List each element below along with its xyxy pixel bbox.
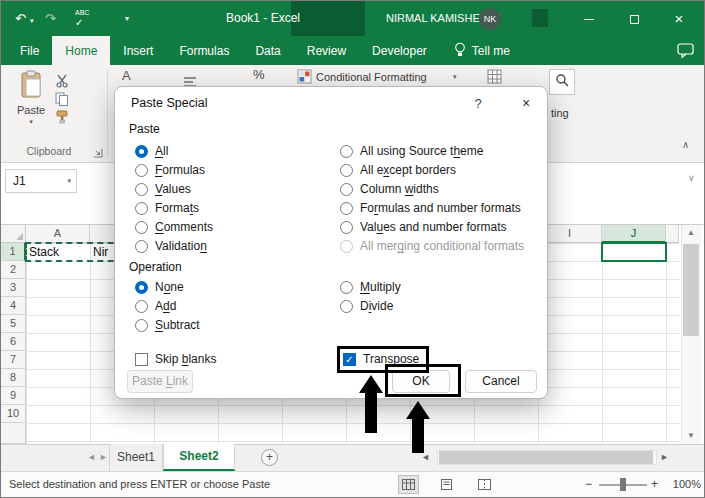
column-header-partial[interactable]	[666, 225, 679, 243]
vertical-scrollbar-thumb[interactable]	[683, 244, 699, 336]
close-button[interactable]: ×	[659, 1, 699, 36]
tab-file[interactable]: File	[7, 36, 52, 65]
comments-icon[interactable]	[677, 36, 694, 65]
avatar[interactable]: NK	[479, 8, 501, 30]
zoom-slider-thumb[interactable]	[620, 478, 626, 491]
minimize-button[interactable]	[569, 1, 609, 36]
radio-validation[interactable]: Validation	[135, 238, 213, 254]
zoom-in-icon[interactable]: +	[651, 471, 658, 498]
cut-icon[interactable]	[55, 74, 69, 92]
skip-blanks-checkbox[interactable]: Skip blanks	[135, 351, 216, 367]
maximize-button[interactable]	[614, 1, 654, 36]
radio-multiply[interactable]: Multiply	[340, 279, 401, 295]
sheet-nav-left-icon[interactable]: ◄	[87, 450, 96, 465]
add-sheet-button[interactable]: +	[261, 449, 278, 466]
row-header-7[interactable]: 7	[1, 351, 26, 369]
cancel-button[interactable]: Cancel	[465, 370, 537, 393]
undo-icon[interactable]: ↶	[15, 1, 26, 36]
radio-icon	[135, 281, 148, 294]
radio-label: All using Source theme	[360, 144, 483, 158]
radio-label: Validation	[155, 239, 207, 253]
spell-check-icon[interactable]: ABC ✓	[75, 8, 89, 28]
page-break-view-icon[interactable]	[475, 476, 494, 493]
row-header-1[interactable]: 1	[1, 243, 26, 261]
radio-column-widths[interactable]: Column widths	[340, 181, 524, 197]
radio-all-except-borders[interactable]: All except borders	[340, 162, 524, 178]
find-select-button[interactable]	[549, 69, 575, 95]
normal-view-icon[interactable]	[399, 476, 418, 493]
zoom-level[interactable]: 100%	[665, 471, 701, 498]
paste-button[interactable]: Paste ▾	[9, 70, 53, 126]
radio-subtract[interactable]: Subtract	[135, 317, 200, 333]
radio-label: All except borders	[360, 163, 456, 177]
radio-label: Comments	[155, 220, 213, 234]
paste-link-button: Paste Link	[127, 370, 193, 393]
checkbox-label: Skip blanks	[155, 352, 216, 366]
horizontal-scrollbar-thumb[interactable]	[439, 451, 653, 464]
clipboard-dialog-launcher-icon[interactable]	[93, 144, 103, 162]
qat-customize-icon[interactable]: ▾	[125, 1, 129, 36]
hscroll-right-icon[interactable]: ►	[660, 450, 669, 465]
row-header-10[interactable]: 10	[1, 405, 26, 423]
name-box[interactable]: J1 ▾	[5, 169, 77, 193]
select-all-corner[interactable]	[1, 225, 26, 243]
clipboard-paste-icon	[19, 70, 43, 102]
checkbox-icon	[135, 353, 148, 366]
copy-icon[interactable]	[55, 92, 69, 110]
row-header-partial[interactable]	[1, 423, 26, 444]
column-header-j[interactable]: J	[602, 225, 666, 243]
radio-icon	[340, 164, 353, 177]
radio-label: Formats	[155, 201, 199, 215]
radio-values[interactable]: Values	[135, 181, 213, 197]
radio-all-using-source-theme[interactable]: All using Source theme	[340, 143, 524, 159]
collapse-ribbon-icon[interactable]: ∧	[682, 139, 689, 150]
row-header-5[interactable]: 5	[1, 315, 26, 333]
annotation-arrow-transpose-shaft	[365, 391, 377, 433]
tab-formulas[interactable]: Formulas	[166, 36, 242, 65]
radio-label: All	[155, 144, 168, 158]
font-group-fragment: A	[122, 68, 131, 83]
row-header-4[interactable]: 4	[1, 297, 26, 315]
active-cell-j1[interactable]	[601, 242, 667, 262]
radio-add[interactable]: Add	[135, 298, 200, 314]
row-header-8[interactable]: 8	[1, 369, 26, 387]
column-header-a[interactable]: A	[26, 225, 90, 243]
radio-none[interactable]: None	[135, 279, 200, 295]
dialog-close-button[interactable]: ×	[511, 93, 541, 113]
radio-icon	[340, 240, 353, 253]
tab-developer[interactable]: Developer	[359, 36, 440, 65]
formula-bar-expand-icon[interactable]: ∨	[688, 173, 695, 183]
radio-formulas[interactable]: Formulas	[135, 162, 213, 178]
zoom-out-icon[interactable]: −	[585, 471, 592, 498]
tell-me[interactable]: Tell me	[454, 36, 510, 65]
radio-comments[interactable]: Comments	[135, 219, 213, 235]
tab-data[interactable]: Data	[242, 36, 293, 65]
redo-icon[interactable]: ↷	[45, 1, 56, 36]
tab-home[interactable]: Home	[52, 36, 110, 65]
radio-label: Values and number formats	[360, 220, 507, 234]
sheet-tab-sheet1[interactable]: Sheet1	[109, 444, 163, 471]
radio-label: None	[155, 280, 184, 294]
scroll-down-icon[interactable]: ▼	[687, 431, 695, 441]
row-header-6[interactable]: 6	[1, 333, 26, 351]
dialog-help-button[interactable]: ?	[467, 94, 489, 114]
radio-values-and-number-formats[interactable]: Values and number formats	[340, 219, 524, 235]
radio-formulas-and-number-formats[interactable]: Formulas and number formats	[340, 200, 524, 216]
conditional-formatting-label[interactable]: Conditional Formatting	[316, 71, 427, 83]
sheet-tab-sheet2[interactable]: Sheet2	[163, 444, 235, 471]
row-header-9[interactable]: 9	[1, 387, 26, 405]
scroll-up-icon[interactable]: ▲	[687, 228, 695, 238]
page-layout-view-icon[interactable]	[437, 476, 456, 493]
row-header-2[interactable]: 2	[1, 261, 26, 279]
radio-all[interactable]: All	[135, 143, 213, 159]
undo-dropdown-icon[interactable]: ▾	[30, 3, 34, 38]
format-painter-icon[interactable]	[55, 110, 69, 128]
row-header-3[interactable]: 3	[1, 279, 26, 297]
sheet-nav-right-icon[interactable]: ►	[99, 450, 108, 465]
radio-label: Subtract	[155, 318, 200, 332]
magnifier-icon	[555, 73, 569, 91]
tab-review[interactable]: Review	[294, 36, 359, 65]
radio-formats[interactable]: Formats	[135, 200, 213, 216]
radio-divide[interactable]: Divide	[340, 298, 401, 314]
tab-insert[interactable]: Insert	[110, 36, 166, 65]
